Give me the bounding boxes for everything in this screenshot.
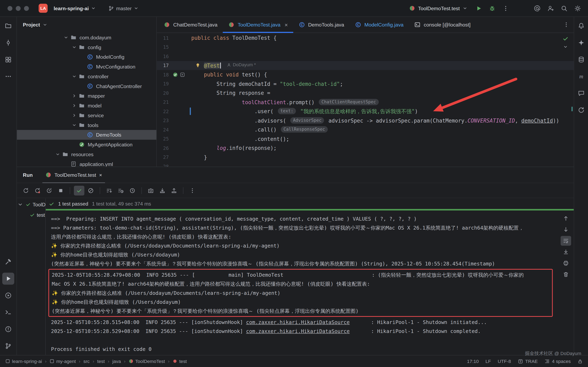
breadcrumb-item[interactable]: test	[173, 359, 187, 364]
indent-widget[interactable]: 4 spaces	[545, 359, 571, 364]
console-text[interactable]: com.zaxxer.hikari.HikariDataSource	[246, 319, 350, 325]
lock-widget[interactable]	[578, 359, 583, 364]
tree-chevron-icon[interactable]	[63, 35, 69, 40]
editor-tab[interactable]: CModelConfig.java	[349, 17, 409, 33]
problems-icon[interactable]	[2, 323, 14, 335]
show-passed-icon[interactable]	[74, 185, 84, 195]
test-history-icon[interactable]	[127, 185, 138, 195]
scroll-down-icon[interactable]	[561, 225, 571, 234]
tree-chevron-icon[interactable]	[71, 94, 78, 98]
breadcrumb-item[interactable]: my-agent	[50, 359, 76, 364]
tree-chevron-icon[interactable]	[71, 113, 78, 118]
notifications-icon[interactable]	[575, 20, 587, 32]
scroll-end-icon[interactable]	[561, 247, 571, 257]
more-icon[interactable]	[187, 185, 198, 195]
soft-wrap-icon[interactable]	[561, 236, 571, 246]
tree-chevron-icon[interactable]	[71, 123, 78, 127]
test-tree-method[interactable]: test	[17, 210, 45, 220]
code-line[interactable]: 11public class ToolDemoTest {	[157, 33, 574, 42]
console-text[interactable]: com.zaxxer.hikari.HikariDataSource	[246, 328, 350, 334]
build-icon[interactable]	[2, 256, 14, 268]
minimize-window-button[interactable]	[16, 6, 21, 11]
code-line[interactable]: 20 String response =	[157, 88, 574, 98]
services-icon[interactable]	[2, 290, 14, 301]
tree-chevron-icon[interactable]	[71, 74, 78, 79]
editor-tab[interactable]: CDemoTools.java	[293, 17, 350, 33]
sort-by-duration-icon[interactable]	[116, 185, 126, 195]
commit-icon[interactable]	[2, 37, 14, 49]
project-tree-item[interactable]: config	[17, 42, 156, 52]
sort-alphabetically-icon[interactable]	[104, 185, 114, 195]
project-tree-item[interactable]: CModelConfig	[17, 52, 156, 62]
tree-chevron-icon[interactable]	[71, 103, 78, 108]
project-icon[interactable]	[2, 20, 14, 32]
intention-bulb-icon[interactable]	[195, 62, 201, 68]
more-icon[interactable]	[2, 70, 14, 82]
project-tree-item[interactable]: service	[17, 110, 156, 120]
code-line[interactable]: 15	[157, 42, 574, 52]
scroll-up-icon[interactable]	[561, 213, 571, 223]
database-icon[interactable]	[575, 54, 587, 66]
breadcrumb-item[interactable]: test	[97, 359, 105, 364]
breadcrumb-item[interactable]: ToolDemoTest	[129, 359, 165, 364]
run-test-gutter-icon[interactable]	[180, 72, 185, 77]
run-button[interactable]	[473, 3, 484, 13]
rerun-icon[interactable]	[21, 185, 31, 195]
project-tree-item[interactable]: mapper	[17, 91, 156, 101]
project-tree-item[interactable]: tools	[17, 120, 156, 130]
show-ignored-icon[interactable]	[86, 185, 96, 195]
rerun-failed-icon[interactable]	[32, 185, 43, 195]
project-switcher[interactable]: learn-spring-ai	[52, 4, 98, 12]
tree-chevron-icon[interactable]	[17, 202, 24, 207]
test-tree-root[interactable]: ToolDemoTest	[17, 199, 45, 210]
code-line[interactable]: 24 .call() CallResponseSpec	[157, 125, 574, 134]
run-configuration-selector[interactable]: ToolDemoTest.test	[409, 5, 467, 11]
editor-tab[interactable]: ChatDemoTest.java	[158, 17, 223, 33]
debug-button[interactable]	[487, 3, 497, 13]
tree-chevron-icon[interactable]	[71, 45, 78, 49]
search-everywhere-button[interactable]	[559, 3, 569, 13]
code-editor[interactable]: 11public class ToolDemoTest {151617 @Tes…	[157, 33, 574, 167]
breadcrumb-item[interactable]: java	[112, 359, 121, 364]
code-with-me-button[interactable]	[545, 3, 556, 13]
close-tab-icon[interactable]: ×	[285, 22, 288, 28]
trae-widget[interactable]: TRAE	[518, 359, 538, 364]
encoding-widget[interactable]: UTF-8	[498, 359, 511, 364]
close-run-tab-icon[interactable]: ×	[99, 172, 102, 178]
code-line[interactable]: 21 toolChatClient.prompt() ChatClientReq…	[157, 98, 574, 107]
terminal-icon[interactable]	[2, 306, 14, 318]
project-panel-header[interactable]: Project	[17, 17, 156, 33]
breadcrumb-item[interactable]: learn-spring-ai	[5, 359, 42, 364]
auto-test-icon[interactable]	[44, 185, 54, 195]
project-tree-item[interactable]: application.yml	[17, 159, 156, 167]
project-tree-item[interactable]: CMvcConfiguration	[17, 62, 156, 72]
more-run-actions-button[interactable]	[500, 3, 511, 13]
project-tree-item[interactable]: MyAgentApplication	[17, 140, 156, 150]
run-icon[interactable]	[2, 273, 14, 285]
code-line[interactable]: 25 .content();	[157, 134, 574, 143]
code-line[interactable]: 16	[157, 52, 574, 61]
hidden-tabs-button[interactable]	[563, 17, 574, 33]
import-tests-icon[interactable]	[157, 185, 168, 195]
settings-button[interactable]	[572, 3, 583, 13]
inspection-widget[interactable]	[562, 35, 568, 49]
editor-tab[interactable]: ToolDemoTest.java×	[223, 17, 293, 33]
export-results-icon[interactable]	[169, 185, 179, 195]
project-tree-item[interactable]: model	[17, 101, 156, 110]
clear-icon[interactable]	[561, 269, 571, 279]
stop-icon[interactable]	[56, 185, 66, 195]
chat-icon[interactable]	[575, 87, 587, 99]
project-tree-item[interactable]: com.dodayum	[17, 33, 156, 42]
project-tree-item[interactable]: controller	[17, 72, 156, 81]
zoom-window-button[interactable]	[24, 6, 29, 11]
code-line[interactable]: 27 }	[157, 152, 574, 162]
history-icon[interactable]	[575, 104, 587, 116]
project-tree-item[interactable]: CChatAgentController	[17, 81, 156, 91]
editor-tab[interactable]: console [@localhost]	[409, 17, 476, 33]
test-passed-gutter-icon[interactable]	[173, 72, 178, 77]
print-icon[interactable]	[561, 258, 571, 268]
snapshot-icon[interactable]	[146, 185, 156, 195]
maven-icon[interactable]: m	[575, 70, 587, 82]
code-line[interactable]: 19 String demoChatId = "tool-demo-chat-i…	[157, 79, 574, 88]
project-tree-item[interactable]: resources	[17, 150, 156, 159]
